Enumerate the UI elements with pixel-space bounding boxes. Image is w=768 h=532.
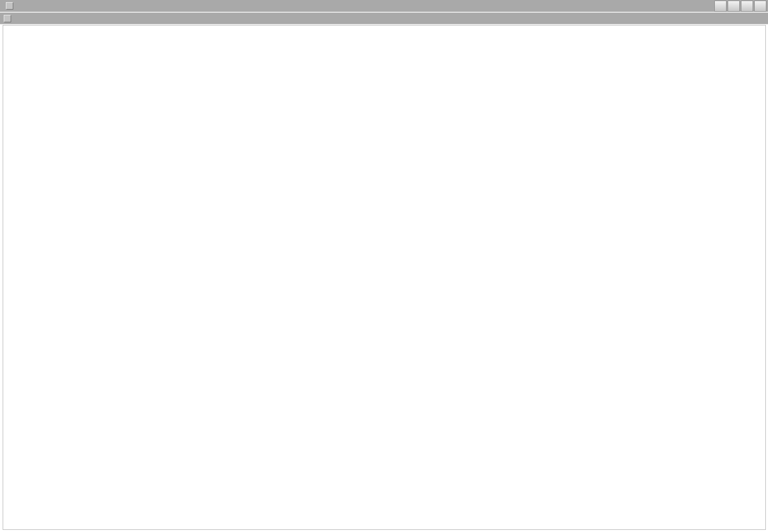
plot-overlay (0, 0, 768, 532)
